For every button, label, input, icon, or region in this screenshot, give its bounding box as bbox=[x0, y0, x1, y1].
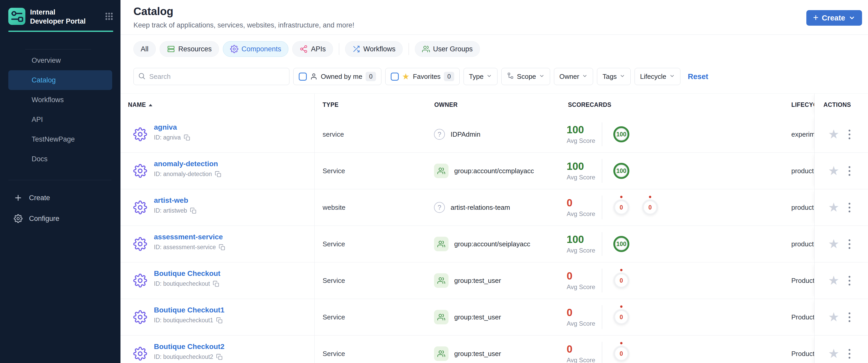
table-row[interactable]: Boutique CheckoutID: boutiquecheckoutSer… bbox=[121, 263, 868, 299]
favorites-label: Favorites bbox=[413, 72, 440, 81]
owner-name: group:test_user bbox=[454, 313, 501, 321]
table-row[interactable]: Boutique Checkout2ID: boutiquecheckout2S… bbox=[121, 335, 868, 363]
scorecard-ring: 0 bbox=[642, 200, 658, 215]
tags-dropdown[interactable]: Tags bbox=[597, 68, 631, 85]
row-menu-icon[interactable] bbox=[847, 311, 852, 324]
row-menu-icon[interactable] bbox=[847, 128, 852, 141]
entity-name-link[interactable]: agniva bbox=[154, 123, 190, 132]
copy-icon[interactable] bbox=[216, 354, 223, 360]
row-menu-icon[interactable] bbox=[847, 347, 852, 360]
favorite-star-icon[interactable]: ★ bbox=[828, 201, 839, 214]
copy-icon[interactable] bbox=[219, 244, 225, 251]
sidebar-create-button[interactable]: Create bbox=[0, 187, 121, 208]
chevron-down-icon bbox=[582, 72, 588, 81]
actions-cell: ★ bbox=[814, 335, 868, 363]
sidebar-item-testnewpage[interactable]: TestNewPage bbox=[8, 129, 112, 149]
favorites-checkbox[interactable] bbox=[391, 72, 399, 81]
entity-type: website bbox=[322, 189, 345, 225]
scorecard-ring: 0 bbox=[613, 273, 629, 289]
copy-icon[interactable] bbox=[213, 280, 219, 287]
scope-dropdown[interactable]: Scope bbox=[501, 68, 550, 85]
sidebar-configure-button[interactable]: Configure bbox=[0, 208, 121, 229]
dropdown-label: Type bbox=[469, 72, 484, 81]
tab-user-groups[interactable]: User Groups bbox=[415, 41, 480, 57]
group-icon bbox=[434, 346, 448, 361]
table-row[interactable]: assessment-serviceID: assessment-service… bbox=[121, 226, 868, 263]
favorite-star-icon[interactable]: ★ bbox=[828, 238, 839, 250]
row-menu-icon[interactable] bbox=[847, 201, 852, 214]
table-body: agnivaID: agnivaservice?IDPAdmin100Avg S… bbox=[121, 116, 868, 363]
table-row[interactable]: Boutique Checkout1ID: boutiquecheckout1S… bbox=[121, 299, 868, 335]
entity-name-link[interactable]: Boutique Checkout bbox=[154, 269, 220, 278]
favorites-filter[interactable]: ★ Favorites 0 bbox=[385, 68, 460, 85]
entity-name-link[interactable]: Boutique Checkout2 bbox=[154, 342, 224, 351]
scorecards-cell: 0Avg Score00 bbox=[567, 189, 658, 225]
scorecard-rings: 100 bbox=[613, 236, 629, 252]
group-icon bbox=[434, 310, 448, 324]
entity-name-link[interactable]: anomaly-detection bbox=[154, 159, 221, 168]
table-row[interactable]: anomaly-detectionID: anomaly-detectionSe… bbox=[121, 153, 868, 189]
create-button[interactable]: + Create bbox=[806, 10, 862, 26]
owner-dropdown[interactable]: Owner bbox=[554, 68, 593, 85]
entity-name-link[interactable]: assessment-service bbox=[154, 233, 225, 241]
user-groups-icon bbox=[422, 45, 430, 53]
sidebar-item-workflows[interactable]: Workflows bbox=[8, 90, 112, 110]
chevron-down-icon bbox=[848, 14, 855, 21]
sidebar-item-overview[interactable]: Overview bbox=[8, 51, 112, 70]
score-divider bbox=[602, 305, 602, 329]
entity-name-link[interactable]: Boutique Checkout1 bbox=[154, 306, 224, 314]
actions-cell: ★ bbox=[814, 189, 868, 225]
copy-icon[interactable] bbox=[184, 134, 190, 141]
avg-score-value: 100 bbox=[567, 161, 602, 171]
tab-resources[interactable]: Resources bbox=[160, 41, 219, 57]
row-menu-icon[interactable] bbox=[847, 164, 852, 177]
row-menu-icon[interactable] bbox=[847, 274, 852, 287]
copy-icon[interactable] bbox=[190, 207, 197, 214]
tab-label: APIs bbox=[311, 45, 326, 53]
entity-name-link[interactable]: artist-web bbox=[154, 196, 197, 205]
help-circle-icon: ? bbox=[434, 202, 445, 213]
entity-owner: ?artist-relations-team bbox=[434, 189, 510, 225]
owned-by-me-filter[interactable]: Owned by me 0 bbox=[293, 68, 381, 85]
component-gear-icon bbox=[133, 237, 147, 252]
sidebar-item-api[interactable]: API bbox=[8, 110, 112, 129]
favorite-star-icon[interactable]: ★ bbox=[828, 311, 839, 323]
column-header-name[interactable]: NAME bbox=[128, 101, 152, 109]
copy-icon[interactable] bbox=[215, 171, 221, 178]
tab-all[interactable]: All bbox=[133, 41, 156, 57]
type-dropdown[interactable]: Type bbox=[464, 68, 497, 85]
avg-score-value: 0 bbox=[567, 344, 602, 354]
favorite-star-icon[interactable]: ★ bbox=[828, 347, 839, 360]
lifecycle-dropdown[interactable]: Lifecycle bbox=[634, 68, 680, 85]
actions-cell: ★ bbox=[814, 153, 868, 189]
avg-score-label: Avg Score bbox=[567, 174, 602, 181]
owned-by-me-checkbox[interactable] bbox=[299, 72, 307, 81]
favorite-star-icon[interactable]: ★ bbox=[828, 164, 839, 177]
sidebar-item-catalog[interactable]: Catalog bbox=[8, 70, 112, 90]
table-row[interactable]: agnivaID: agnivaservice?IDPAdmin100Avg S… bbox=[121, 116, 868, 153]
tab-components[interactable]: Components bbox=[223, 41, 288, 57]
copy-icon[interactable] bbox=[216, 317, 223, 324]
sidebar-item-docs[interactable]: Docs bbox=[8, 149, 112, 169]
page-title: Catalog bbox=[133, 5, 173, 18]
scorecard-rings: 0 bbox=[613, 309, 629, 325]
avg-score-value: 0 bbox=[567, 307, 602, 317]
scorecards-cell: 0Avg Score0 bbox=[567, 335, 629, 363]
search-input[interactable] bbox=[149, 72, 285, 81]
tab-workflows[interactable]: Workflows bbox=[345, 41, 403, 57]
favorite-star-icon[interactable]: ★ bbox=[828, 274, 839, 287]
tab-label: Workflows bbox=[363, 45, 395, 53]
row-menu-icon[interactable] bbox=[847, 238, 852, 250]
name-cell: anomaly-detectionID: anomaly-detection bbox=[154, 159, 221, 178]
name-cell: Boutique Checkout2ID: boutiquecheckout2 bbox=[154, 342, 224, 360]
owner-name: artist-relations-team bbox=[451, 204, 510, 212]
apis-icon bbox=[300, 45, 308, 53]
reset-button[interactable]: Reset bbox=[688, 72, 708, 81]
tab-apis[interactable]: APIs bbox=[292, 41, 333, 57]
avg-score-label: Avg Score bbox=[567, 357, 602, 363]
apps-grid-icon[interactable] bbox=[104, 12, 114, 22]
sidebar-footer-label: Create bbox=[29, 194, 50, 202]
table-row[interactable]: artist-webID: artistwebwebsite?artist-re… bbox=[121, 189, 868, 226]
scorecards-cell: 100Avg Score100 bbox=[567, 153, 629, 189]
favorite-star-icon[interactable]: ★ bbox=[828, 128, 839, 141]
